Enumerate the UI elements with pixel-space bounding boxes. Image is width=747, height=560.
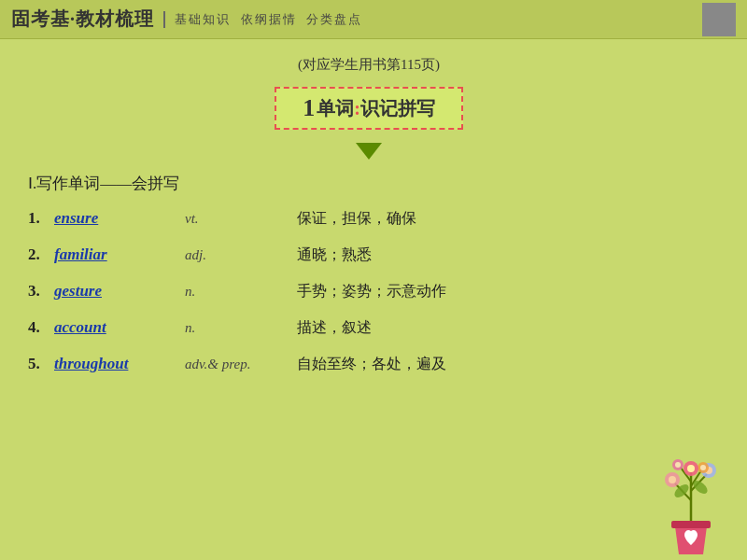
vocab-number: 3. [28,282,54,301]
page-reference: (对应学生用书第115页) [28,56,710,74]
vocab-pos: adv.& prep. [185,357,278,372]
vocab-word: gesture [54,282,176,301]
section-desc-text: 识记拼写 [360,96,435,121]
vocab-pos: adj. [185,247,278,263]
vocab-word: familiar [54,245,176,264]
sub-section-title: Ⅰ.写作单词——会拼写 [28,173,710,194]
vocab-number: 1. [28,209,54,228]
vocab-item: 5.throughoutadv.& prep.自始至终；各处，遍及 [28,355,710,374]
vocab-meaning: 描述，叙述 [297,318,372,338]
vocab-pos: n. [185,284,278,300]
main-content: (对应学生用书第115页) 1 单词 : 识记拼写 Ⅰ.写作单词——会拼写 1.… [0,39,747,400]
section-colon: : [354,98,360,119]
svg-rect-0 [671,521,711,528]
vocab-pos: vt. [185,211,278,227]
svg-point-7 [669,476,676,483]
vocab-pos: n. [185,320,278,336]
header-title-text: 固考基·教材梳理 [11,8,154,29]
vocab-meaning: 通晓；熟悉 [297,245,372,265]
vocab-number: 2. [28,245,54,264]
section-title: 1 单词 : 识记拼写 [275,87,463,130]
vocab-number: 5. [28,355,54,373]
vocab-word: throughout [54,355,176,373]
header-bar: 固考基·教材梳理 基础知识 依纲据情 分类盘点 [0,0,747,39]
header-subtitle: 基础知识 依纲据情 分类盘点 [163,11,362,28]
decoration-plant [640,416,742,560]
section-label-text: 单词 [317,96,354,121]
svg-point-11 [675,462,681,468]
header-title: 固考基·教材梳理 [11,7,154,32]
svg-point-13 [700,465,706,470]
vocabulary-list: 1.ensurevt.保证，担保，确保2.familiaradj.通晓；熟悉3.… [28,209,710,374]
vocab-word: account [54,318,176,337]
vocab-meaning: 保证，担保，确保 [297,209,416,229]
vocab-item: 3.gesturen.手势；姿势；示意动作 [28,282,710,301]
vocab-meaning: 自始至终；各处，遍及 [297,355,446,374]
header-icon [702,3,736,36]
vocab-meaning: 手势；姿势；示意动作 [297,282,446,301]
section-title-box: 1 单词 : 识记拼写 [28,87,710,130]
vocab-item: 1.ensurevt.保证，担保，确保 [28,209,710,229]
arrow-down-indicator [28,143,710,160]
svg-point-15 [687,465,695,472]
vocab-number: 4. [28,318,54,337]
section-number: 1 [303,94,315,122]
vocab-word: ensure [54,209,176,228]
vocab-item: 2.familiaradj.通晓；熟悉 [28,245,710,265]
vocab-item: 4.accountn.描述，叙述 [28,318,710,338]
